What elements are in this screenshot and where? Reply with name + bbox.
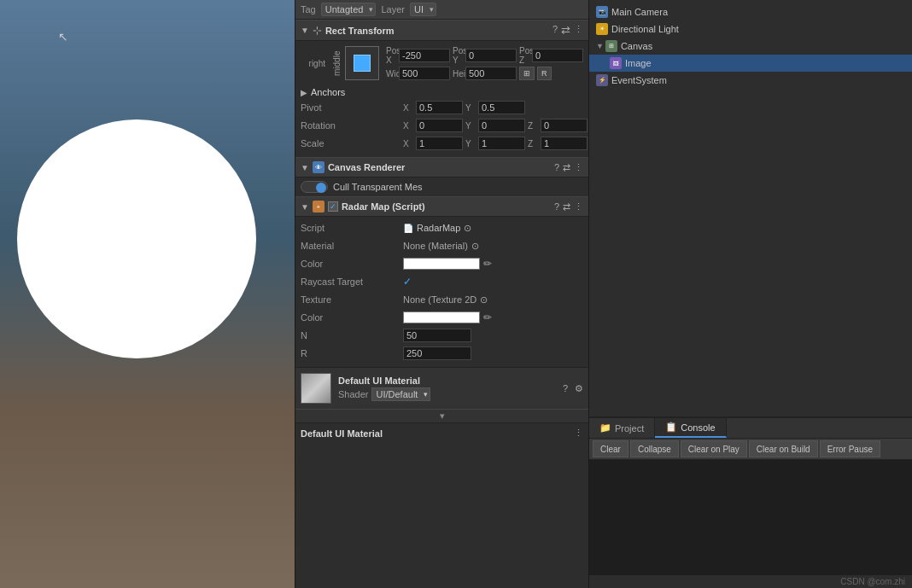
- rect-menu-icon[interactable]: ⋮: [574, 24, 583, 37]
- n-input[interactable]: [403, 329, 471, 342]
- r-row: R: [301, 346, 583, 361]
- color1-swatch[interactable]: [403, 258, 480, 270]
- width-label: Width: [386, 69, 396, 79]
- canvas-renderer-icon: 👁: [313, 161, 324, 173]
- hierarchy-item-directional-light[interactable]: ☀ Directional Light: [589, 20, 912, 38]
- texture-value: None (Texture 2D ⊙: [403, 294, 583, 306]
- tab-project[interactable]: 📁 Project: [589, 418, 655, 438]
- scale-x-input[interactable]: [416, 137, 463, 150]
- scale-y-input[interactable]: [478, 137, 525, 150]
- anchors-arrow[interactable]: ▶: [301, 88, 307, 97]
- canvas-layout-icon[interactable]: ⇄: [563, 162, 570, 173]
- posz-label: Pos Z: [519, 46, 529, 65]
- shader-label: Shader: [338, 389, 368, 399]
- posz-input[interactable]: [532, 49, 583, 62]
- rotation-values: X Y Z: [403, 119, 588, 132]
- material-help-icon[interactable]: ?: [563, 383, 568, 393]
- rot-x-input[interactable]: [416, 119, 463, 132]
- image-icon: 🖼: [610, 57, 622, 69]
- clear-on-build-button[interactable]: Clear on Build: [749, 440, 818, 457]
- collapse-button[interactable]: Collapse: [630, 440, 679, 457]
- cull-toggle[interactable]: [301, 181, 328, 193]
- inspector-panel: Tag Untagted Layer UI ▼ ⊹ Rect Transform…: [295, 0, 589, 588]
- tab-console[interactable]: 📋 Console: [655, 418, 726, 438]
- canvas-expand-arrow[interactable]: ▼: [596, 42, 604, 50]
- height-input[interactable]: [465, 67, 517, 80]
- cull-label: Cull Transparent Mes: [333, 182, 423, 192]
- script-target-icon[interactable]: ⊙: [464, 223, 471, 234]
- material-section: Default UI Material Shader UI/Default ? …: [295, 367, 588, 409]
- rect-help-icon[interactable]: ?: [552, 24, 558, 37]
- script-file-icon: 📄: [403, 224, 413, 233]
- rot-y-input[interactable]: [478, 119, 525, 132]
- hierarchy-item-canvas[interactable]: ▼ ⊞ Canvas: [589, 38, 912, 55]
- rect-preview-icon[interactable]: [345, 46, 379, 80]
- console-panel: 📁 Project 📋 Console Clear Collapse Clear…: [589, 417, 912, 588]
- texture-row: Texture None (Texture 2D ⊙: [301, 292, 583, 307]
- middle-label: middle: [332, 46, 342, 80]
- reset-button[interactable]: R: [537, 67, 552, 80]
- material-section-title: Default UI Material: [338, 376, 420, 386]
- tag-dropdown[interactable]: Untagted: [321, 3, 377, 16]
- width-input[interactable]: [399, 67, 450, 80]
- rect-collapse-arrow[interactable]: ▼: [301, 26, 309, 35]
- color2-swatch[interactable]: [403, 311, 480, 323]
- raycast-checkmark[interactable]: ✓: [403, 276, 412, 288]
- color1-picker-icon[interactable]: ✏: [483, 258, 492, 270]
- canvas-help-icon[interactable]: ?: [554, 162, 559, 173]
- scale-label: Scale: [301, 138, 403, 148]
- material-target-icon[interactable]: ⊙: [471, 241, 479, 252]
- color1-value: ✏: [403, 258, 583, 270]
- hierarchy-item-image[interactable]: 🖼 Image: [589, 55, 912, 72]
- tag-layer-row: Tag Untagted Layer UI: [295, 0, 588, 20]
- posy-input[interactable]: [465, 49, 517, 62]
- color1-field-label: Color: [301, 259, 403, 269]
- shader-dropdown[interactable]: UI/Default: [371, 387, 430, 401]
- r-value: [403, 346, 583, 360]
- texture-target-icon[interactable]: ⊙: [480, 294, 488, 306]
- rect-layout-icon[interactable]: ⇄: [561, 24, 570, 37]
- scale-z-label: Z: [528, 139, 538, 148]
- posx-input[interactable]: [399, 49, 450, 62]
- color2-picker-icon[interactable]: ✏: [483, 311, 492, 323]
- radar-menu-icon[interactable]: ⋮: [574, 201, 583, 212]
- radar-help-icon[interactable]: ?: [554, 201, 559, 212]
- scale-z-input[interactable]: [541, 137, 588, 150]
- bottom-mat-menu[interactable]: ⋮: [574, 428, 583, 439]
- rect-transform-title: Rect Transform: [325, 26, 549, 36]
- clear-on-play-button[interactable]: Clear on Play: [681, 440, 747, 457]
- pivot-row: Pivot X Y: [301, 100, 583, 115]
- bottom-material-bar: Default UI Material ⋮: [295, 422, 588, 443]
- scroll-indicator[interactable]: ▾: [295, 409, 588, 422]
- radar-enabled-checkbox[interactable]: ✓: [328, 201, 338, 212]
- hierarchy-item-main-camera[interactable]: 📷 Main Camera: [589, 3, 912, 20]
- radar-collapse[interactable]: ▼: [301, 202, 309, 212]
- scene-view: ↖: [0, 0, 295, 588]
- radar-layout-icon[interactable]: ⇄: [563, 201, 570, 212]
- radar-header-buttons: ? ⇄ ⋮: [554, 201, 583, 212]
- console-tab-label: Console: [681, 422, 715, 433]
- pivot-x-input[interactable]: [416, 101, 463, 114]
- raycast-value: ✓: [403, 276, 583, 288]
- rot-z-input[interactable]: [541, 119, 588, 132]
- right-label: right: [301, 59, 325, 68]
- pivot-y-input[interactable]: [478, 101, 525, 114]
- constrain-button[interactable]: ⊞: [519, 67, 535, 80]
- layer-dropdown[interactable]: UI: [410, 3, 436, 16]
- posy-label: Pos Y: [453, 46, 463, 65]
- rot-y-label: Y: [465, 121, 476, 131]
- pivot-x-label: X: [403, 103, 413, 113]
- clear-button[interactable]: Clear: [593, 440, 628, 457]
- script-field-label: Script: [301, 223, 403, 233]
- canvas-renderer-collapse[interactable]: ▼: [301, 163, 309, 172]
- r-input[interactable]: [403, 346, 471, 360]
- bottom-mat-title: Default UI Material: [301, 428, 383, 439]
- material-none: None (Material): [403, 241, 468, 251]
- error-pause-button[interactable]: Error Pause: [820, 440, 880, 457]
- canvas-menu-icon[interactable]: ⋮: [574, 162, 583, 173]
- console-content: [589, 460, 912, 575]
- hierarchy-item-eventsystem[interactable]: ⚡ EventSystem: [589, 72, 912, 89]
- material-settings-icon[interactable]: ⚙: [575, 383, 583, 394]
- scale-row: Scale X Y Z: [301, 136, 583, 151]
- color2-value: ✏: [403, 311, 583, 323]
